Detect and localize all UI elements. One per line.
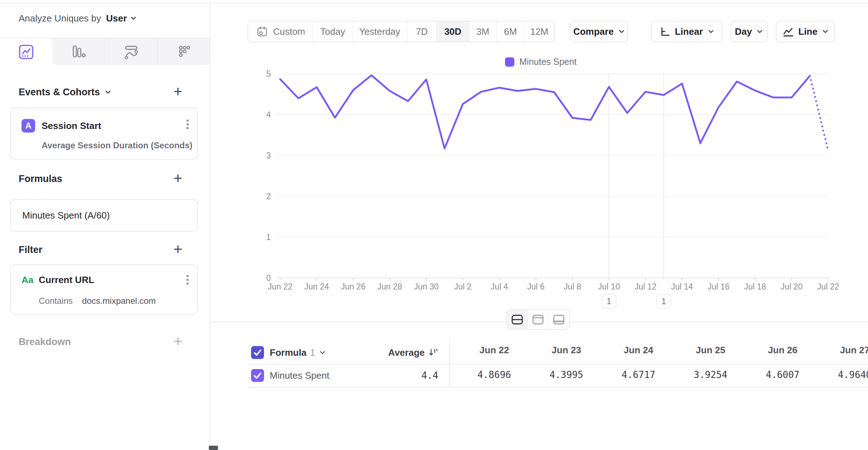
chevron-down-icon <box>618 28 625 35</box>
table-header-divider <box>247 364 868 365</box>
chevron-down-icon <box>822 28 829 35</box>
check-icon <box>251 369 264 382</box>
x-axis-label: Jul 10 <box>598 282 620 291</box>
date-range-30d[interactable]: 30D <box>437 21 469 42</box>
sort-icon <box>428 348 438 357</box>
x-axis-label: Jun 28 <box>377 282 402 291</box>
analyze-uniques-dropdown[interactable]: User <box>106 13 137 24</box>
x-axis-label: Jul 12 <box>635 282 656 291</box>
x-axis-label: Jun 26 <box>341 282 365 291</box>
line-chart-icon <box>18 44 34 60</box>
event-letter-badge: A <box>22 119 35 133</box>
x-axis-label: Jul 22 <box>817 282 839 291</box>
series-line-incomplete <box>810 76 828 150</box>
formulas-section-title: Formulas <box>19 173 62 185</box>
formulas-section-header: Formulas + <box>19 173 198 185</box>
split-view-icon <box>511 314 523 325</box>
axis-scale-button[interactable]: Linear <box>651 21 722 42</box>
compare-button[interactable]: Compare <box>570 21 628 42</box>
select-all-checkbox[interactable] <box>251 346 264 359</box>
chevron-down-icon <box>756 28 763 35</box>
insights-report-page: Analyze Uniques by User <box>0 0 868 450</box>
formula-expression[interactable]: Minutes Spent (A/60) <box>22 210 110 221</box>
filter-condition[interactable]: Contains docs.mixpanel.com <box>39 296 156 306</box>
x-axis-label: Jul 2 <box>454 282 472 291</box>
table-date-header[interactable]: Jun 22 <box>480 345 509 356</box>
filter-card-current-url[interactable]: Aa Current URL Contains docs.mixpanel.co… <box>10 264 198 315</box>
top-divider <box>0 3 868 4</box>
row-checkbox[interactable] <box>251 369 264 382</box>
annotation-count: 1 <box>607 297 611 306</box>
table-frozen-column-divider <box>449 340 450 387</box>
kebab-menu-icon[interactable] <box>186 119 189 131</box>
add-event-button[interactable]: + <box>170 84 186 100</box>
layout-table-only-button[interactable] <box>548 310 569 329</box>
minutes-spent-line-chart[interactable]: 012345Jun 22Jun 24Jun 26Jun 28Jun 30Jul … <box>210 50 868 315</box>
scrollbar-thumb[interactable] <box>209 446 218 450</box>
x-axis-label: Jul 6 <box>527 282 545 291</box>
date-range-3m[interactable]: 3M <box>469 21 496 42</box>
string-property-icon: Aa <box>22 274 33 286</box>
layout-split-button[interactable] <box>507 310 528 329</box>
analyze-uniques-label: Analyze Uniques by <box>19 13 101 24</box>
dots-grid-icon <box>176 44 192 60</box>
x-axis-label: Jul 8 <box>564 282 581 291</box>
tab-retention[interactable] <box>157 38 210 65</box>
top-view-icon <box>532 314 544 325</box>
interval-button[interactable]: Day <box>731 21 768 42</box>
flow-icon <box>123 44 140 60</box>
breakdown-section-header: Breakdown + <box>19 336 198 348</box>
date-range-yesterday[interactable]: Yesterday <box>352 21 407 42</box>
kebab-menu-icon[interactable] <box>186 274 189 287</box>
table-date-header[interactable]: Jun 25 <box>696 345 725 356</box>
layout-chart-only-button[interactable] <box>528 310 548 329</box>
event-card-session-start[interactable]: A Session Start Average Session Duration… <box>10 107 198 160</box>
x-axis-label: Jul 20 <box>780 282 802 291</box>
layout-toggle-group <box>506 309 570 330</box>
series-row-name[interactable]: Minutes Spent <box>270 369 329 382</box>
filter-operator[interactable]: Contains <box>39 296 73 306</box>
table-cell-value: 4.8696 <box>477 369 511 380</box>
date-range-12m[interactable]: 12M <box>524 21 554 42</box>
x-axis-label: Jun 24 <box>304 282 329 291</box>
tab-funnels[interactable] <box>52 38 105 65</box>
add-formula-button[interactable]: + <box>170 171 186 186</box>
formula-card[interactable]: Minutes Spent (A/60) <box>10 199 198 231</box>
y-axis-label-0: 0 <box>266 273 271 283</box>
formula-column-header[interactable]: Formula 1 <box>270 346 326 359</box>
table-cell-value: 4.9640 <box>838 369 868 380</box>
date-range-6m[interactable]: 6M <box>496 21 524 42</box>
chevron-down-icon <box>130 15 137 22</box>
line-chart-type-icon <box>782 26 794 37</box>
events-section-title: Events & Cohorts <box>19 87 100 98</box>
linear-axis-icon <box>659 26 670 37</box>
x-axis-label: Jul 16 <box>708 282 730 291</box>
tab-insights[interactable] <box>0 38 52 65</box>
date-range-today[interactable]: Today <box>313 21 352 42</box>
table-date-header[interactable]: Jun 27 <box>840 345 868 356</box>
average-column-header[interactable]: Average <box>359 346 438 359</box>
table-date-header[interactable]: Jun 23 <box>552 345 581 356</box>
check-icon <box>251 346 264 359</box>
y-axis-label-3: 3 <box>266 151 271 160</box>
y-axis-label-2: 2 <box>266 192 271 201</box>
table-date-header[interactable]: Jun 24 <box>624 345 653 356</box>
event-aggregation[interactable]: Average Session Duration (Seconds) <box>42 140 193 150</box>
tab-flows[interactable] <box>105 38 157 65</box>
formula-header-label: Formula <box>270 347 307 358</box>
chart-type-button[interactable]: Line <box>776 21 835 42</box>
y-axis-label-1: 1 <box>266 233 271 242</box>
x-axis-label: Jul 14 <box>671 282 693 291</box>
table-date-header[interactable]: Jun 26 <box>768 345 797 356</box>
filter-value[interactable]: docs.mixpanel.com <box>82 296 156 306</box>
bar-chart-icon <box>70 44 87 60</box>
analyze-uniques-control: Analyze Uniques by User <box>19 12 137 24</box>
filter-property-name[interactable]: Current URL <box>39 274 94 286</box>
event-name[interactable]: Session Start <box>42 120 101 131</box>
add-breakdown-button[interactable]: + <box>170 334 186 349</box>
x-axis-label: Jun 30 <box>414 282 439 291</box>
date-range-custom[interactable]: Custom <box>248 21 313 42</box>
add-filter-button[interactable]: + <box>170 241 186 257</box>
chevron-down-icon[interactable] <box>104 88 112 96</box>
date-range-7d[interactable]: 7D <box>407 21 437 42</box>
